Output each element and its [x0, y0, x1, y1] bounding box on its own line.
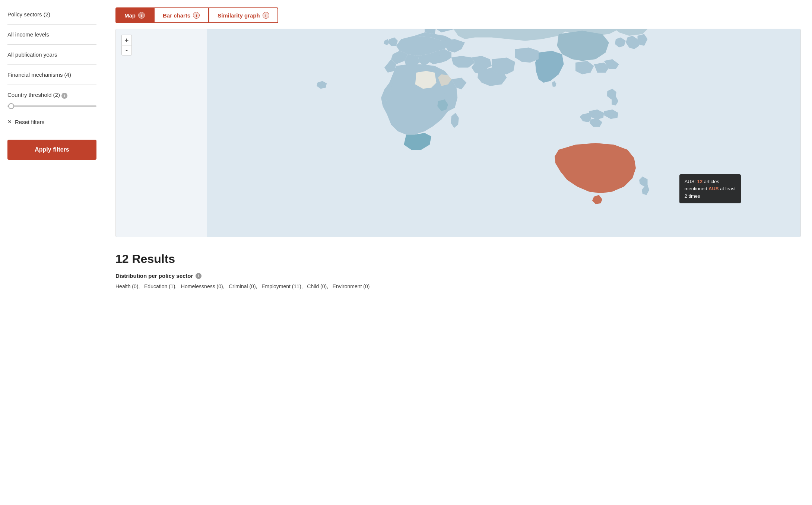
slider-track: [7, 105, 96, 107]
tab-map[interactable]: Map i: [115, 7, 154, 23]
results-section: 12 Results Distribution per policy secto…: [115, 252, 801, 291]
distribution-values: Health (0), Education (1), Homelessness …: [115, 282, 801, 291]
close-icon: ✕: [7, 119, 12, 125]
country-threshold-info-icon: i: [61, 93, 67, 99]
zoom-out-button[interactable]: -: [121, 45, 132, 55]
sector-health: Health (0),: [115, 283, 143, 289]
map-tab-info-icon: i: [138, 12, 145, 19]
tooltip-threshold: 2: [685, 193, 687, 199]
sidebar: Policy sectors (2) All income levels All…: [0, 0, 104, 505]
distribution-title: Distribution per policy sector i: [115, 273, 801, 279]
tooltip-mentioned-code: AUS: [708, 186, 719, 191]
sidebar-item-financial-mechanisms[interactable]: Financial mechanisms (4): [7, 65, 96, 85]
sector-child: Child (0),: [307, 283, 331, 289]
map-zoom-controls: + -: [121, 35, 132, 55]
bar-charts-tab-info-icon: i: [193, 12, 200, 19]
world-map-svg: [116, 29, 800, 237]
sidebar-item-income-levels[interactable]: All income levels: [7, 25, 96, 45]
sector-education: Education (1),: [144, 283, 180, 289]
similarity-graph-tab-info-icon: i: [263, 12, 269, 19]
apply-filters-button[interactable]: Apply filters: [7, 140, 96, 160]
reset-filters-button[interactable]: ✕ Reset filters: [7, 112, 96, 132]
sidebar-item-publication-years[interactable]: All publication years: [7, 45, 96, 65]
tooltip-count: 12: [697, 179, 702, 184]
country-threshold-slider-container: [7, 99, 96, 109]
results-count: 12 Results: [115, 252, 801, 266]
tab-similarity-graph[interactable]: Similarity graph i: [209, 7, 278, 23]
sector-homelessness: Homelessness (0),: [181, 283, 227, 289]
sidebar-item-policy-sectors[interactable]: Policy sectors (2): [7, 7, 96, 25]
zoom-in-button[interactable]: +: [121, 35, 132, 45]
tab-bar: Map i Bar charts i Similarity graph i: [115, 7, 801, 23]
sector-employment: Employment (11),: [261, 283, 305, 289]
sidebar-item-country-threshold[interactable]: Country threshold (2) i: [7, 85, 96, 112]
slider-thumb[interactable]: [8, 103, 14, 109]
map-container[interactable]: + -: [115, 29, 801, 237]
sector-criminal: Criminal (0),: [229, 283, 260, 289]
map-tooltip: AUS: 12 articles mentioned AUS at least …: [679, 174, 741, 204]
main-content: Map i Bar charts i Similarity graph i + …: [104, 0, 812, 505]
sector-environment: Environment (0): [333, 283, 370, 289]
tooltip-country-code: AUS: [685, 179, 695, 184]
tab-bar-charts[interactable]: Bar charts i: [154, 7, 209, 23]
distribution-info-icon: i: [196, 273, 202, 279]
